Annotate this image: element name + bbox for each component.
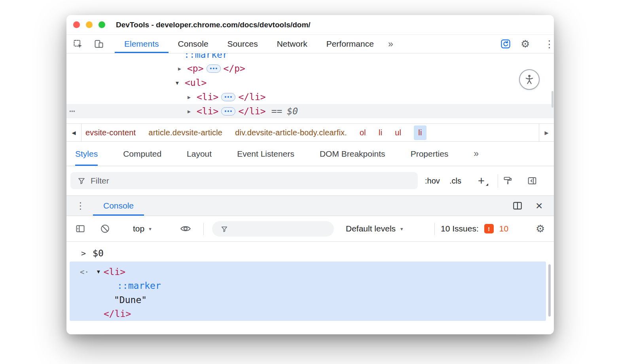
filter-funnel-icon (221, 226, 228, 233)
tab-layout[interactable]: Layout (187, 142, 212, 166)
breadcrumb-item[interactable]: ul (395, 128, 401, 137)
dom-node-ul[interactable]: ▼ <ul> (66, 76, 554, 90)
breadcrumb-item[interactable]: div.devsite-article-body.clearfix. (235, 128, 347, 137)
expand-arrow-icon[interactable]: ▶ (188, 108, 193, 114)
pseudo-element-label: ::marker (184, 53, 228, 60)
element-classes-button[interactable]: .cls (449, 176, 461, 186)
console-settings-gear-icon[interactable]: ⚙ (536, 224, 545, 234)
close-tag: </li> (238, 106, 265, 116)
tab-performance[interactable]: Performance (317, 35, 383, 53)
tab-dom-breakpoints[interactable]: DOM Breakpoints (320, 142, 385, 166)
console-filter-field[interactable] (212, 221, 334, 237)
elements-scrollbar[interactable] (552, 91, 553, 108)
breadcrumb-item[interactable]: li (379, 128, 382, 137)
console-output: > $0 <· ▼ <li> ::marker "Dune" </li> (66, 242, 554, 334)
tab-event-listeners[interactable]: Event Listeners (237, 142, 294, 166)
devtools-toolbar: Elements Console Sources Network Perform… (66, 35, 554, 53)
inline-expand-button[interactable] (221, 107, 235, 116)
tab-computed[interactable]: Computed (123, 142, 161, 166)
new-style-rule-button[interactable]: + (478, 174, 485, 188)
issues-counter[interactable]: 10 Issues: ! 10 (441, 224, 508, 233)
tab-sources[interactable]: Sources (218, 35, 267, 53)
chevron-down-icon: ▾ (149, 226, 152, 232)
device-toolbar-icon[interactable] (93, 38, 104, 49)
collapse-arrow-icon[interactable]: ▼ (97, 269, 100, 275)
devtools-window: DevTools - developer.chrome.com/docs/dev… (66, 15, 554, 334)
tab-properties[interactable]: Properties (411, 142, 449, 166)
open-tag: <p> (187, 63, 204, 74)
close-drawer-icon[interactable]: × (536, 200, 543, 212)
execution-context-selector[interactable]: top ▾ (133, 224, 152, 233)
close-tag: </p> (224, 63, 245, 74)
divider (498, 174, 498, 188)
split-panel-icon[interactable] (512, 200, 523, 211)
tab-console[interactable]: Console (169, 35, 218, 53)
console-scrollbar[interactable] (548, 264, 551, 317)
dom-node-li[interactable]: ▶ <li> </li> (66, 90, 554, 104)
toggle-element-state-button[interactable]: :hov (425, 176, 440, 186)
tab-elements[interactable]: Elements (115, 35, 169, 53)
expand-arrow-icon[interactable]: ▶ (178, 66, 184, 72)
tab-styles[interactable]: Styles (75, 142, 98, 166)
close-tag: </li> (238, 92, 265, 102)
toggle-sidebar-icon[interactable] (527, 176, 537, 186)
divider (203, 223, 204, 235)
live-expression-eye-icon[interactable] (180, 223, 191, 235)
maximize-window-button[interactable] (99, 21, 105, 28)
text-node-value: "Dune" (114, 295, 147, 305)
window-controls (66, 21, 105, 28)
result-line: "Dune" (70, 293, 546, 307)
dom-node-marker-pseudo[interactable]: ::marker (66, 53, 554, 62)
accessibility-person-icon[interactable] (519, 69, 540, 90)
dom-node-li-selected[interactable]: ⋯ ▶ <li> </li> == $0 (66, 104, 554, 118)
console-command-line[interactable]: > $0 (66, 246, 554, 260)
breadcrumb-scroll-right-button[interactable]: ▶ (539, 124, 554, 141)
breadcrumb-scroll-left-button[interactable]: ◀ (66, 124, 81, 141)
breadcrumb-item[interactable]: article.devsite-article (148, 128, 222, 137)
console-filter-input[interactable] (233, 224, 320, 233)
kebab-menu-icon[interactable]: ⋮ (544, 39, 554, 49)
collapse-arrow-icon[interactable]: ▼ (176, 80, 182, 86)
styles-filter-field[interactable] (70, 172, 418, 189)
styles-filter-input[interactable] (91, 176, 209, 186)
breadcrumb-item[interactable]: ol (360, 128, 366, 137)
inline-expand-button[interactable] (207, 64, 221, 73)
console-toolbar: top ▾ Default levels ▾ 10 Issues: ! (66, 216, 554, 242)
log-levels-selector[interactable]: Default levels ▾ (346, 224, 403, 233)
chevron-down-icon: ▾ (400, 226, 403, 232)
context-label: top (133, 224, 144, 233)
drawer-tab-console[interactable]: Console (93, 196, 144, 216)
issue-warning-icon: ! (484, 224, 494, 233)
expand-arrow-icon[interactable]: ▶ (188, 94, 193, 100)
console-sidebar-icon[interactable] (75, 224, 85, 234)
dom-node-p[interactable]: ▶ <p> </p> (66, 61, 554, 76)
inspect-element-icon[interactable] (72, 38, 83, 49)
rendering-brush-icon[interactable] (502, 176, 513, 186)
drawer-kebab-menu-icon[interactable]: ⋮ (76, 201, 85, 210)
levels-label: Default levels (346, 224, 396, 233)
close-tag: </li> (104, 309, 131, 319)
gutter-ellipsis-icon: ⋯ (69, 106, 75, 117)
more-panels-button[interactable]: » (388, 39, 393, 49)
pseudo-element-label: ::marker (117, 281, 161, 291)
inline-expand-button[interactable] (221, 93, 235, 101)
refresh-device-icon[interactable] (500, 38, 511, 49)
filter-funnel-icon (78, 177, 85, 185)
return-value-icon: <· (80, 267, 89, 276)
settings-gear-icon[interactable]: ⚙ (521, 39, 530, 49)
clear-console-icon[interactable] (100, 224, 110, 234)
breadcrumb-item-selected[interactable]: li (414, 125, 426, 140)
result-line: </li> (70, 307, 546, 321)
more-sidebar-tabs-button[interactable]: » (474, 148, 479, 159)
open-tag: <ul> (185, 78, 207, 88)
close-window-button[interactable] (73, 21, 80, 28)
tab-network[interactable]: Network (267, 35, 317, 53)
breadcrumb-item[interactable]: evsite-content (85, 128, 136, 137)
divider (434, 223, 435, 235)
issues-count: 10 (499, 224, 508, 233)
panel-tabs: Elements Console Sources Network Perform… (115, 35, 383, 53)
dom-tree-panel: ::marker ▶ <p> </p> ▼ <ul> ▶ <li> </li> … (66, 53, 554, 123)
equals-sign: == (271, 106, 282, 116)
styles-filter-bar: :hov .cls + (66, 166, 554, 195)
minimize-window-button[interactable] (86, 21, 93, 28)
